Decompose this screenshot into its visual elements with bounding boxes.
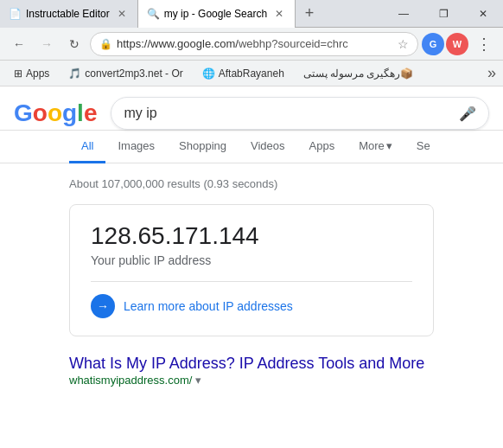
- ext-icons: G W: [422, 33, 468, 55]
- bookmark-convert2mp3-label: convert2mp3.net - Or: [85, 67, 182, 80]
- bookmark-convert2mp3[interactable]: 🎵 convert2mp3.net - Or: [61, 65, 189, 82]
- address-text: https://www.google.com/webhp?sourceid=ch…: [117, 37, 393, 50]
- minimize-button[interactable]: —: [384, 0, 423, 28]
- result-item-1: What Is My IP Address? IP Address Tools …: [69, 354, 434, 387]
- new-tab-button[interactable]: +: [296, 0, 323, 27]
- tab-google-label: my ip - Google Search: [164, 8, 267, 20]
- bookmark-aftab-icon: 🌐: [202, 67, 215, 80]
- title-bar-space: [323, 0, 384, 27]
- search-box[interactable]: my ip 🎤: [111, 97, 489, 130]
- result-title-1[interactable]: What Is My IP Address? IP Address Tools …: [69, 354, 434, 374]
- bookmark-postal[interactable]: 📦 رهگیری مرسوله پستی: [296, 65, 424, 82]
- ip-card: 128.65.171.144 Your public IP address → …: [69, 204, 434, 336]
- results-count: About 107,000,000 results (0.93 seconds): [69, 177, 434, 190]
- tab-instructable[interactable]: 📄 Instructable Editor ✕: [0, 0, 138, 28]
- google-header: Google my ip 🎤: [0, 86, 503, 131]
- bookmark-convert2mp3-icon: 🎵: [68, 67, 81, 80]
- result-url-1: whatismyipaddress.com/ ▾: [69, 374, 434, 387]
- ip-label: Your public IP address: [91, 253, 412, 267]
- google-logo: Google: [14, 101, 97, 125]
- bookmark-apps[interactable]: ⊞ Apps: [7, 65, 56, 82]
- restore-button[interactable]: ❐: [423, 0, 463, 28]
- star-icon[interactable]: ☆: [398, 37, 409, 51]
- ext-btn-w[interactable]: W: [446, 33, 468, 55]
- window-controls: — ❐ ✕: [384, 0, 503, 27]
- ip-learn-row: → Learn more about IP addresses: [91, 281, 412, 318]
- title-bar: 📄 Instructable Editor ✕ 🔍 my ip - Google…: [0, 0, 503, 28]
- tab-all[interactable]: All: [69, 131, 105, 163]
- address-input-wrap[interactable]: 🔒 https://www.google.com/webhp?sourceid=…: [90, 32, 418, 56]
- tab-more[interactable]: More ▾: [347, 131, 404, 163]
- bookmark-apps-label: Apps: [26, 67, 49, 80]
- bookmark-postal-icon: 📦: [400, 67, 413, 80]
- bookmark-postal-label: رهگیری مرسوله پستی: [303, 67, 401, 80]
- tab-instructable-close[interactable]: ✕: [115, 7, 129, 21]
- tab-shopping[interactable]: Shopping: [167, 131, 239, 163]
- tab-instructable-icon: 📄: [9, 8, 22, 20]
- search-tabs: All Images Shopping Videos Apps More ▾ S…: [0, 131, 503, 163]
- tab-google-close[interactable]: ✕: [272, 7, 286, 21]
- learn-link[interactable]: Learn more about IP addresses: [124, 299, 293, 313]
- tab-google-icon: 🔍: [147, 8, 160, 20]
- search-mic-icon[interactable]: 🎤: [459, 106, 476, 122]
- menu-button[interactable]: ⋮: [472, 32, 496, 56]
- tab-videos[interactable]: Videos: [239, 131, 297, 163]
- results-area: About 107,000,000 results (0.93 seconds)…: [0, 163, 503, 407]
- result-url-text-1: whatismyipaddress.com/: [69, 374, 192, 387]
- bookmark-aftab[interactable]: 🌐 AftabRayaneh: [195, 65, 291, 82]
- bookmarks-bar: ⊞ Apps 🎵 convert2mp3.net - Or 🌐 AftabRay…: [0, 61, 503, 86]
- more-chevron-icon: ▾: [386, 139, 392, 152]
- ip-address: 128.65.171.144: [91, 222, 412, 250]
- tab-apps[interactable]: Apps: [297, 131, 347, 163]
- tab-images[interactable]: Images: [105, 131, 167, 163]
- back-button[interactable]: ←: [7, 32, 31, 56]
- search-query: my ip: [124, 106, 459, 121]
- result-url-dropdown-icon[interactable]: ▾: [195, 374, 201, 387]
- google-page: Google my ip 🎤 All Images Shopping Video…: [0, 86, 503, 407]
- learn-arrow-icon: →: [91, 294, 115, 318]
- tab-settings[interactable]: Se: [404, 131, 443, 163]
- bookmark-aftab-label: AftabRayaneh: [219, 67, 284, 80]
- lock-icon: 🔒: [99, 38, 112, 50]
- browser-content: Google my ip 🎤 All Images Shopping Video…: [0, 86, 503, 448]
- reload-button[interactable]: ↻: [62, 32, 86, 56]
- tab-google[interactable]: 🔍 my ip - Google Search ✕: [138, 0, 296, 28]
- address-bar: ← → ↻ 🔒 https://www.google.com/webhp?sou…: [0, 28, 503, 61]
- bookmark-apps-icon: ⊞: [14, 67, 22, 80]
- tab-instructable-label: Instructable Editor: [26, 8, 110, 20]
- ext-btn-g[interactable]: G: [422, 33, 444, 55]
- bookmarks-more[interactable]: »: [487, 64, 496, 82]
- close-button[interactable]: ✕: [463, 0, 503, 28]
- forward-button[interactable]: →: [35, 32, 59, 56]
